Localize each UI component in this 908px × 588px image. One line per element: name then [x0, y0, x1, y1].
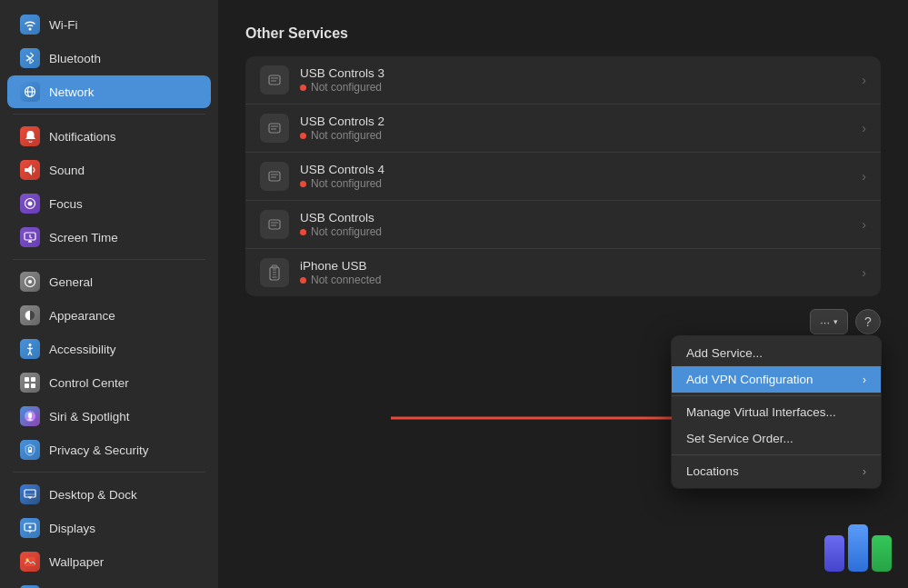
sidebar-item-label: Wallpaper	[49, 555, 104, 569]
screentime-icon	[20, 227, 40, 247]
services-list: USB Controls 3 Not configured › USB Cont…	[245, 56, 881, 296]
svg-rect-15	[25, 384, 29, 388]
usb4-info: USB Controls 4 Not configured	[300, 163, 851, 190]
notifications-icon	[20, 126, 40, 146]
controlcenter-icon	[20, 373, 40, 393]
sidebar-item-label: Notifications	[49, 130, 116, 144]
sidebar-item-label: Accessibility	[49, 343, 116, 356]
svg-rect-21	[25, 490, 35, 497]
usb2-name: USB Controls 2	[300, 115, 851, 128]
usb-chevron: ›	[862, 217, 866, 232]
usb2-status: Not configured	[300, 129, 851, 142]
desktop-icon	[20, 484, 40, 504]
svg-rect-16	[31, 384, 35, 388]
usb4-chevron: ›	[862, 169, 866, 184]
sidebar: Wi-Fi Bluetooth Network Notifi	[0, 0, 218, 588]
usb-status: Not configured	[300, 225, 851, 238]
usb-info: USB Controls Not configured	[300, 211, 851, 238]
wallpaper-icon	[20, 552, 40, 572]
sidebar-divider-2	[13, 259, 205, 260]
iphone-usb-status: Not connected	[300, 274, 851, 286]
sidebar-item-label: Bluetooth	[49, 52, 101, 65]
dropdown-icon: ▾	[833, 317, 838, 326]
sidebar-item-screentime[interactable]: Screen Time	[7, 221, 211, 254]
menu-item-set-order[interactable]: Set Service Order...	[672, 425, 881, 452]
menu-item-add-vpn[interactable]: Add VPN Configuration ›	[672, 366, 881, 393]
svg-rect-37	[269, 75, 280, 85]
icon-cluster	[824, 524, 892, 572]
toolbar: ··· ▾ ?	[245, 309, 881, 334]
siri-icon	[20, 406, 40, 426]
sidebar-item-label: Sound	[49, 164, 85, 177]
service-item-usb3[interactable]: USB Controls 3 Not configured ›	[245, 56, 881, 105]
service-item-usb2[interactable]: USB Controls 2 Not configured ›	[245, 105, 881, 153]
usb2-icon	[260, 114, 289, 143]
add-vpn-label: Add VPN Configuration	[686, 373, 813, 386]
service-item-usb4[interactable]: USB Controls 4 Not configured ›	[245, 153, 881, 201]
icon-bar-2	[848, 524, 868, 572]
service-item-usb[interactable]: USB Controls Not configured ›	[245, 201, 881, 249]
sidebar-item-label: Desktop & Dock	[49, 488, 137, 502]
sidebar-item-bluetooth[interactable]: Bluetooth	[7, 42, 211, 75]
add-vpn-submenu-icon: ›	[863, 374, 866, 386]
sidebar-item-label: Appearance	[49, 309, 115, 323]
sidebar-item-label: General	[49, 275, 93, 289]
svg-rect-43	[269, 172, 280, 181]
sidebar-item-displays[interactable]: Displays	[7, 512, 211, 544]
svg-point-4	[28, 202, 33, 206]
usb2-chevron: ›	[862, 121, 866, 135]
svg-rect-40	[269, 124, 280, 133]
iphone-usb-icon	[260, 258, 289, 287]
usb-name: USB Controls	[300, 211, 851, 224]
sidebar-item-accessibility[interactable]: Accessibility	[7, 333, 211, 365]
section-title: Other Services	[245, 25, 881, 42]
menu-item-add-service[interactable]: Add Service...	[672, 340, 881, 366]
sidebar-item-wallpaper[interactable]: Wallpaper	[7, 545, 211, 578]
sidebar-item-screensaver[interactable]: Screen Saver	[7, 579, 211, 588]
locations-submenu-icon: ›	[863, 465, 866, 478]
sidebar-item-appearance[interactable]: Appearance	[7, 299, 211, 332]
main-content: Other Services USB Controls 3 Not config…	[218, 0, 908, 588]
iphone-usb-info: iPhone USB Not connected	[300, 259, 851, 286]
sidebar-item-label: Privacy & Security	[49, 443, 149, 457]
sidebar-item-network[interactable]: Network	[7, 75, 211, 108]
service-item-iphone-usb[interactable]: iPhone USB Not connected ›	[245, 249, 881, 296]
menu-item-locations[interactable]: Locations ›	[672, 458, 881, 484]
sidebar-item-privacy[interactable]: Privacy & Security	[7, 434, 211, 466]
context-menu: Add Service... Add VPN Configuration › M…	[672, 336, 881, 488]
usb-status-dot	[300, 229, 306, 235]
sidebar-item-controlcenter[interactable]: Control Center	[7, 366, 211, 399]
sidebar-item-label: Displays	[49, 522, 95, 535]
privacy-icon	[20, 440, 40, 460]
help-button[interactable]: ?	[855, 309, 881, 334]
menu-divider-1	[672, 395, 881, 396]
sidebar-item-notifications[interactable]: Notifications	[7, 120, 211, 153]
svg-marker-3	[25, 164, 32, 175]
usb2-status-dot	[300, 133, 306, 139]
sidebar-item-focus[interactable]: Focus	[7, 187, 211, 220]
sound-icon	[20, 160, 40, 180]
sidebar-item-sound[interactable]: Sound	[7, 154, 211, 186]
icon-bar-1	[824, 535, 844, 572]
displays-icon	[20, 518, 40, 538]
sidebar-divider-3	[13, 472, 205, 473]
sidebar-item-general[interactable]: General	[7, 265, 211, 298]
sidebar-item-siri[interactable]: Siri & Spotlight	[7, 400, 211, 433]
wifi-icon	[20, 15, 40, 35]
usb3-status-dot	[300, 85, 306, 91]
menu-item-manage-virtual[interactable]: Manage Virtual Interfaces...	[672, 399, 881, 425]
usb4-status: Not configured	[300, 177, 851, 190]
svg-rect-29	[25, 557, 35, 566]
iphone-usb-status-dot	[300, 277, 306, 284]
sidebar-item-wifi[interactable]: Wi-Fi	[7, 8, 211, 41]
svg-rect-14	[31, 377, 35, 382]
ellipsis-label: ···	[820, 315, 830, 329]
usb4-status-dot	[300, 181, 306, 187]
sidebar-item-label: Network	[49, 85, 95, 99]
sidebar-item-desktop[interactable]: Desktop & Dock	[7, 478, 211, 511]
focus-icon	[20, 194, 40, 214]
usb-icon	[260, 210, 289, 239]
ellipsis-button[interactable]: ··· ▾	[810, 309, 848, 334]
sidebar-item-label: Screen Time	[49, 231, 118, 244]
sidebar-item-label: Control Center	[49, 376, 129, 390]
